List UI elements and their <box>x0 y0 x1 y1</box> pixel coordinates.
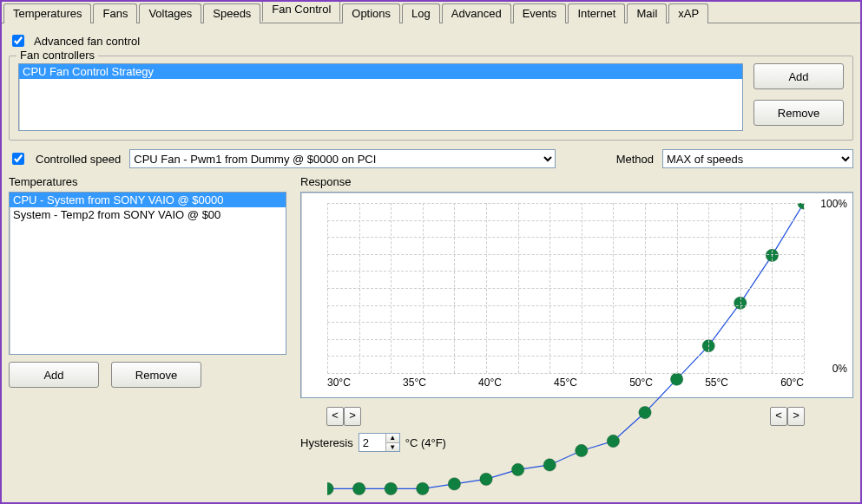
temperatures-remove-button[interactable]: Remove <box>111 362 201 388</box>
tab-temperatures[interactable]: Temperatures <box>3 3 91 23</box>
fan-controllers-list[interactable]: CPU Fan Control Strategy <box>18 63 743 131</box>
chart-xtick: 55°C <box>705 376 728 390</box>
svg-point-2 <box>385 482 397 494</box>
fan-controllers-remove-button[interactable]: Remove <box>753 100 844 126</box>
tab-fan-control[interactable]: Fan Control <box>262 0 340 22</box>
temperature-item[interactable]: CPU - System from SONY VAIO @ $0000 <box>10 193 286 207</box>
tab-events[interactable]: Events <box>513 3 567 23</box>
chart-right-prev-button[interactable]: < <box>770 407 787 426</box>
tab-speeds[interactable]: Speeds <box>203 3 260 23</box>
fan-controllers-add-button[interactable]: Add <box>753 63 844 89</box>
svg-point-1 <box>352 482 365 494</box>
response-label: Response <box>300 175 853 188</box>
tab-options[interactable]: Options <box>342 3 400 23</box>
chart-right-next-button[interactable]: > <box>787 407 805 426</box>
tab-advanced[interactable]: Advanced <box>442 3 511 23</box>
chart-xtick: 50°C <box>629 376 653 390</box>
tab-log[interactable]: Log <box>402 3 440 23</box>
method-label: Method <box>616 153 654 166</box>
chart-xtick: 30°C <box>327 376 351 390</box>
response-chart[interactable]: 30°C35°C40°C45°C50°C55°C60°C 100% 0% <box>300 192 853 398</box>
temperatures-add-button[interactable]: Add <box>9 362 99 388</box>
svg-point-0 <box>327 482 333 494</box>
advanced-fan-control-checkbox[interactable] <box>12 35 24 47</box>
controlled-speed-label: Controlled speed <box>36 153 121 166</box>
svg-point-10 <box>639 406 651 418</box>
tab-internet[interactable]: Internet <box>568 3 625 23</box>
temperatures-label: Temperatures <box>9 175 286 188</box>
svg-point-5 <box>480 473 492 485</box>
tab-xap[interactable]: xAP <box>668 3 708 23</box>
fan-controllers-title: Fan controllers <box>16 49 98 62</box>
svg-point-8 <box>576 444 588 456</box>
temperatures-list[interactable]: CPU - System from SONY VAIO @ $0000Syste… <box>9 192 286 355</box>
tab-mail[interactable]: Mail <box>627 3 667 23</box>
chart-xtick: 45°C <box>554 376 577 390</box>
tab-voltages[interactable]: Voltages <box>139 3 201 23</box>
fan-controllers-group: Fan controllers CPU Fan Control Strategy… <box>9 56 853 141</box>
svg-point-15 <box>798 203 804 209</box>
method-select[interactable]: MAX of speeds <box>662 149 853 168</box>
advanced-fan-control-label: Advanced fan control <box>34 35 140 48</box>
controlled-speed-select[interactable]: CPU Fan - Pwm1 from Dummy @ $0000 on PCI <box>129 149 555 168</box>
svg-point-7 <box>543 459 556 471</box>
svg-point-4 <box>448 478 460 490</box>
temperature-item[interactable]: System - Temp2 from SONY VAIO @ $00 <box>10 207 286 222</box>
chart-xtick: 35°C <box>403 376 426 390</box>
svg-point-6 <box>511 463 523 475</box>
chart-left-next-button[interactable]: > <box>344 407 361 426</box>
chart-xtick: 40°C <box>478 376 502 390</box>
svg-point-3 <box>417 482 429 494</box>
chart-xtick: 60°C <box>780 376 804 390</box>
svg-point-9 <box>607 435 619 447</box>
tab-fans[interactable]: Fans <box>93 3 137 23</box>
tab-bar: TemperaturesFansVoltagesSpeedsFan Contro… <box>2 2 860 23</box>
controlled-speed-checkbox[interactable] <box>12 153 24 165</box>
chart-left-prev-button[interactable]: < <box>326 407 344 426</box>
chart-ylabel-bottom: 0% <box>832 363 847 375</box>
fan-controller-item[interactable]: CPU Fan Control Strategy <box>19 64 742 79</box>
chart-ylabel-top: 100% <box>820 198 847 210</box>
